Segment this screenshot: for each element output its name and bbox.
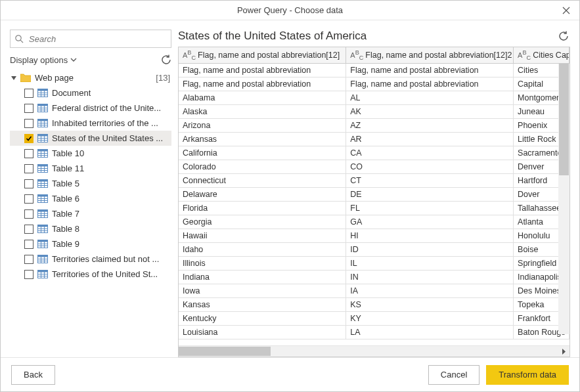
table-row[interactable]: ArkansasARLittle Rock [179,132,569,146]
checkbox[interactable] [24,270,33,279]
table-row[interactable]: LouisianaLABaton Rouge [179,325,569,339]
tree-item[interactable]: Territories claimed but not ... [10,251,171,267]
window-title: Power Query - Choose data [237,5,343,15]
transform-data-button[interactable]: Transform data [486,365,569,385]
table-cell: Georgia [179,215,346,229]
table-icon [37,225,48,234]
table-cell: IL [346,256,514,270]
table-row[interactable]: IndianaINIndianapolis [179,270,569,284]
vertical-scroll-thumb[interactable] [559,64,569,175]
table-row[interactable]: IdahoIDBoise [179,242,569,256]
table-row[interactable]: Flag, name and postal abbreviationFlag, … [179,77,569,91]
cancel-button[interactable]: Cancel [428,365,480,385]
table-cell: CT [346,173,514,187]
table-row[interactable]: Flag, name and postal abbreviationFlag, … [179,63,569,77]
table-cell: Flag, name and postal abbreviation [179,77,346,91]
checkbox[interactable] [24,240,33,249]
table-cell: Alabama [179,91,346,104]
preview-header: States of the United States of America [178,30,570,43]
tree-root-label: Web page [35,73,74,83]
tree-item[interactable]: Document [10,85,171,100]
table-row[interactable]: ConnecticutCTHartford [179,173,569,187]
table-cell: Flag, name and postal abbreviation [346,63,514,77]
table-row[interactable]: HawaiiHIHonolulu [179,229,569,242]
tree-item[interactable]: Table 11 [10,161,171,176]
table-icon [37,119,48,128]
table-icon [37,240,48,249]
tree-item[interactable]: Table 8 [10,221,171,236]
checkbox[interactable] [24,134,33,143]
table-row[interactable]: AlaskaAKJuneau [179,104,569,118]
search-container [10,30,171,48]
grid-viewport[interactable]: ABCFlag, name and postal abbreviation[12… [179,47,569,345]
tree-item[interactable]: Inhabited territories of the ... [10,116,171,131]
table-row[interactable]: ColoradoCODenver [179,160,569,173]
back-button[interactable]: Back [11,365,55,385]
table-row[interactable]: KentuckyKYFrankfort [179,311,569,325]
checkbox[interactable] [24,255,33,264]
checkbox[interactable] [24,179,33,188]
table-row[interactable]: AlabamaALMontgomery [179,91,569,104]
preview-title: States of the United States of America [178,30,367,43]
caret-down-icon [11,76,16,81]
table-icon [37,104,48,113]
column-header[interactable]: ABCCities Capital [514,47,569,63]
table-row[interactable]: IllinoisILSpringfield [179,256,569,270]
tree-item-label: Territories of the United St... [52,269,158,279]
tree-item[interactable]: Table 7 [10,206,171,221]
table-row[interactable]: IowaIADes Moines [179,284,569,297]
tree-item[interactable]: Table 10 [10,146,171,161]
sidebar: Display options Web page [13] DocumentFe… [10,30,178,357]
table-icon [37,270,48,279]
tree-item[interactable]: Territories of the United St... [10,267,171,282]
tree-item[interactable]: Table 5 [10,176,171,191]
checkbox[interactable] [24,104,33,113]
table-row[interactable]: CaliforniaCASacramento [179,146,569,160]
checkbox[interactable] [24,194,33,204]
tree-item-label: Inhabited territories of the ... [52,118,158,128]
tree-root-web-page[interactable]: Web page [13] [10,70,171,85]
refresh-button-preview[interactable] [558,31,569,41]
caret-right-icon [562,349,566,355]
checkbox[interactable] [24,225,33,234]
dialog-window: Power Query - Choose data Display option… [0,0,580,392]
table-cell: IA [346,284,514,297]
horizontal-scroll-thumb[interactable] [179,347,271,356]
table-cell: KS [346,297,514,311]
column-header[interactable]: ABCFlag, name and postal abbreviation[12… [179,47,346,63]
checkbox[interactable] [24,209,33,219]
tree-item-label: Table 11 [52,163,84,173]
table-row[interactable]: KansasKSTopeka [179,297,569,311]
tree-item-label: Document [52,88,91,98]
search-icon [14,34,24,43]
table-row[interactable]: DelawareDEDover [179,187,569,201]
close-button[interactable] [553,1,579,20]
horizontal-scrollbar[interactable] [179,345,569,357]
table-row[interactable]: ArizonaAZPhoenix [179,118,569,132]
tree-item-label: Table 7 [52,209,79,219]
table-cell: Delaware [179,187,346,201]
tree-item[interactable]: States of the United States ... [10,131,171,146]
tree-item[interactable]: Federal district of the Unite... [10,100,171,116]
svg-rect-33 [38,164,48,166]
tree-item[interactable]: Table 6 [10,191,171,206]
table-row[interactable]: FloridaFLTallahassee [179,201,569,215]
checkbox[interactable] [24,164,33,173]
vertical-scrollbar[interactable] [558,64,569,334]
checkbox[interactable] [24,149,33,158]
svg-rect-63 [38,240,48,242]
display-options-row: Display options [10,54,171,65]
checkbox[interactable] [24,89,33,98]
scroll-right-arrow[interactable] [558,346,569,357]
display-options-toggle[interactable]: Display options [10,55,77,65]
refresh-button-sidebar[interactable] [161,54,171,65]
tree-item[interactable]: Table 9 [10,236,171,251]
table-icon [37,89,48,98]
column-header[interactable]: ABCFlag, name and postal abbreviation[12… [346,47,514,63]
tree-root-count: [13] [156,73,170,83]
checkbox[interactable] [24,119,33,128]
search-input[interactable] [10,30,171,48]
main-panel: States of the United States of America A… [178,30,570,357]
table-row[interactable]: GeorgiaGAAtlanta [179,215,569,229]
svg-rect-3 [38,89,48,91]
